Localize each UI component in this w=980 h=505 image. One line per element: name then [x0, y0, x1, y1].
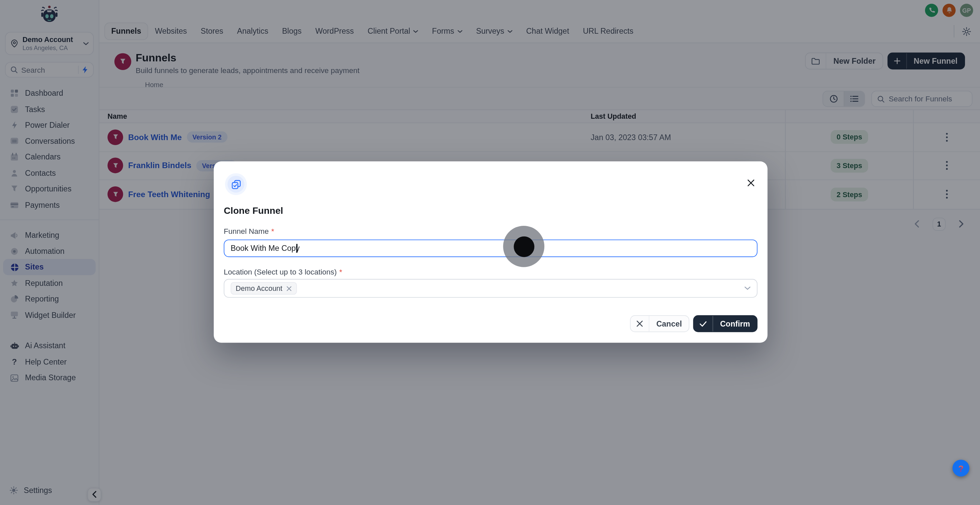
help-question-label: ? [958, 463, 964, 473]
location-select[interactable]: Demo Account [224, 279, 757, 298]
cancel-label: Cancel [649, 319, 689, 328]
funnel-name-input[interactable] [224, 239, 757, 257]
location-chip: Demo Account [231, 282, 297, 295]
confirm-button[interactable]: Confirm [693, 315, 758, 332]
x-icon [631, 316, 649, 331]
cancel-button[interactable]: Cancel [630, 315, 689, 332]
close-icon[interactable] [746, 178, 756, 188]
cursor-dot [513, 236, 534, 257]
clone-funnel-modal: Clone Funnel Funnel Name* Location (Sele… [214, 161, 767, 343]
modal-title: Clone Funnel [224, 205, 283, 216]
app-root: Demo Account Los Angeles, CA Dashboard [0, 0, 980, 505]
modal-footer: Cancel Confirm [630, 315, 757, 332]
chip-remove-icon[interactable] [286, 285, 292, 291]
text-caret [296, 244, 298, 253]
location-chip-label: Demo Account [235, 285, 282, 292]
check-icon [694, 316, 713, 331]
funnel-name-label: Funnel Name [224, 227, 269, 236]
help-button[interactable]: ? [953, 460, 970, 476]
required-asterisk: * [271, 227, 274, 236]
clone-icon [225, 173, 247, 195]
required-asterisk: * [339, 268, 342, 277]
chevron-down-icon [745, 287, 751, 290]
cursor-indicator [503, 226, 544, 267]
confirm-label: Confirm [713, 319, 757, 328]
location-label: Location (Select up to 3 locations) [224, 268, 337, 277]
